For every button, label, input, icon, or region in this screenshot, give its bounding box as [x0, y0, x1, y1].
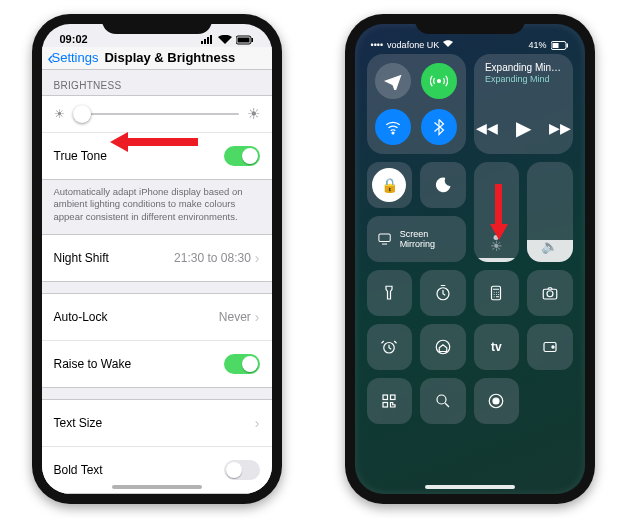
lock-group: Auto-Lock Never › Raise to Wake — [42, 293, 272, 388]
bluetooth-button[interactable] — [421, 109, 457, 145]
wifi-button[interactable] — [375, 109, 411, 145]
notch — [415, 14, 525, 34]
qr-icon — [380, 392, 398, 410]
calculator-icon — [487, 284, 505, 302]
play-button[interactable]: ▶ — [516, 116, 531, 140]
sun-high-icon: ☀︎ — [247, 105, 260, 123]
back-label: Settings — [52, 50, 99, 65]
iphone-right: •••• vodafone UK 41% — [345, 14, 595, 504]
iphone-left: 09:02 ‹ Settings Display & Brightness BR… — [32, 14, 282, 504]
autolock-label: Auto-Lock — [54, 310, 108, 324]
boldtext-label: Bold Text — [54, 463, 103, 477]
prev-track-button[interactable]: ◀◀ — [476, 120, 498, 136]
textsize-cell[interactable]: Text Size › — [42, 400, 272, 446]
truetone-description: Automatically adapt iPhone display based… — [42, 180, 272, 234]
brightness-group: ☀︎ ☀︎ True Tone — [42, 95, 272, 180]
svg-rect-2 — [251, 38, 253, 42]
signal-icon: •••• — [371, 40, 384, 50]
notch — [102, 14, 212, 34]
svg-rect-1 — [237, 37, 249, 42]
control-center: •••• vodafone UK 41% — [355, 24, 585, 494]
textsize-label: Text Size — [54, 416, 103, 430]
mirror-icon — [377, 230, 392, 248]
svg-point-20 — [437, 395, 446, 404]
next-track-button[interactable]: ▶▶ — [549, 120, 571, 136]
magnifier-button[interactable] — [420, 378, 466, 424]
appletv-icon: tv — [491, 340, 502, 354]
svg-point-12 — [547, 291, 553, 297]
magnifier-icon — [434, 392, 452, 410]
speaker-icon: 🔈 — [527, 238, 573, 254]
svg-rect-10 — [492, 286, 501, 300]
chevron-right-icon: › — [255, 309, 260, 325]
alarm-button[interactable] — [367, 324, 413, 370]
record-icon — [487, 392, 505, 410]
battery-icon — [236, 35, 254, 45]
wallet-button[interactable] — [527, 324, 573, 370]
volume-slider[interactable]: 🔈 — [527, 162, 573, 262]
moon-icon — [434, 176, 452, 194]
cellular-button[interactable] — [421, 63, 457, 99]
home-indicator[interactable] — [112, 485, 202, 489]
boldtext-toggle[interactable] — [224, 460, 260, 480]
nightshift-cell[interactable]: Night Shift 21:30 to 08:30 › — [42, 235, 272, 281]
camera-icon — [541, 284, 559, 302]
autolock-value: Never — [219, 310, 251, 324]
home-icon — [434, 338, 452, 356]
flashlight-button[interactable] — [367, 270, 413, 316]
svg-rect-19 — [383, 403, 388, 408]
appletv-button[interactable]: tv — [474, 324, 520, 370]
brightness-header: BRIGHTNESS — [42, 70, 272, 95]
connectivity-module[interactable] — [367, 54, 466, 154]
svg-point-22 — [493, 398, 499, 404]
status-icons — [200, 35, 254, 45]
clock: 09:02 — [60, 33, 88, 45]
carrier-label: vodafone UK — [387, 40, 439, 50]
brightness-slider[interactable]: ☀︎ — [474, 162, 520, 262]
raise-label: Raise to Wake — [54, 357, 132, 371]
home-indicator[interactable] — [425, 485, 515, 489]
svg-rect-8 — [378, 234, 389, 242]
record-button[interactable] — [474, 378, 520, 424]
calculator-button[interactable] — [474, 270, 520, 316]
home-button[interactable] — [420, 324, 466, 370]
alarm-icon — [380, 338, 398, 356]
timer-button[interactable] — [420, 270, 466, 316]
qr-button[interactable] — [367, 378, 413, 424]
raise-cell: Raise to Wake — [42, 340, 272, 387]
music-module[interactable]: Expanding Min… Expanding Mind ◀◀ ▶ ▶▶ — [474, 54, 573, 154]
settings-screen: 09:02 ‹ Settings Display & Brightness BR… — [42, 24, 272, 494]
brightness-slider-row: ☀︎ ☀︎ — [42, 96, 272, 132]
mirror-label: Screen Mirroring — [400, 229, 456, 249]
chevron-right-icon: › — [255, 250, 260, 266]
autolock-cell[interactable]: Auto-Lock Never › — [42, 294, 272, 340]
dnd-button[interactable] — [420, 162, 466, 208]
brightness-slider[interactable] — [73, 113, 239, 115]
nightshift-value: 21:30 to 08:30 — [174, 251, 251, 265]
text-group: Text Size › Bold Text — [42, 399, 272, 494]
nav-bar: ‹ Settings Display & Brightness — [42, 47, 272, 70]
back-button[interactable]: ‹ Settings — [48, 50, 99, 65]
music-subtitle: Expanding Mind — [485, 74, 561, 84]
wifi-icon — [218, 35, 232, 45]
battery-icon — [551, 41, 569, 50]
svg-point-16 — [552, 346, 554, 348]
control-center-screen: •••• vodafone UK 41% — [355, 24, 585, 494]
svg-point-6 — [437, 80, 440, 83]
cc-grid: Expanding Min… Expanding Mind ◀◀ ▶ ▶▶ 🔒 — [367, 54, 573, 424]
battery-percent: 41% — [528, 40, 546, 50]
orientation-lock-button[interactable]: 🔒 — [367, 162, 413, 208]
truetone-toggle[interactable] — [224, 146, 260, 166]
timer-icon — [434, 284, 452, 302]
flashlight-icon — [380, 284, 398, 302]
raise-toggle[interactable] — [224, 354, 260, 374]
chevron-right-icon: › — [255, 415, 260, 431]
music-title: Expanding Min… — [485, 62, 561, 74]
music-controls: ◀◀ ▶ ▶▶ — [476, 116, 571, 146]
truetone-cell: True Tone — [42, 132, 272, 179]
camera-button[interactable] — [527, 270, 573, 316]
svg-point-7 — [392, 132, 394, 134]
svg-rect-4 — [552, 43, 558, 48]
screen-mirroring-button[interactable]: Screen Mirroring — [367, 216, 466, 262]
airplane-button[interactable] — [375, 63, 411, 99]
